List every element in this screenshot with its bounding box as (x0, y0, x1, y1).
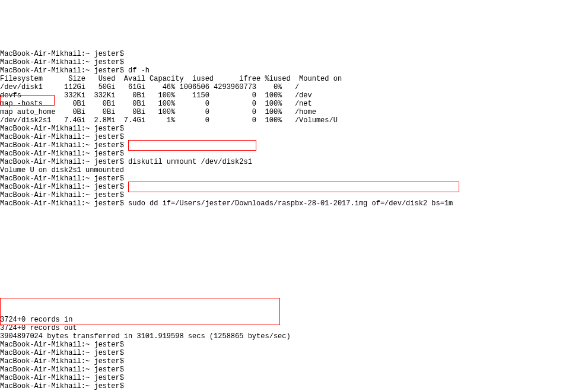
terminal-line: MacBook-Air-Mikhail:~ jester$ (0, 365, 588, 374)
terminal-line: devfs 332Ki 332Ki 0Bi 100% 1150 0 100% /… (0, 91, 588, 100)
terminal-line: MacBook-Air-Mikhail:~ jester$ (0, 50, 588, 58)
terminal-line: MacBook-Air-Mikhail:~ jester$ df -h (0, 66, 588, 75)
terminal-line: 3724+0 records out (0, 324, 588, 332)
terminal-output: MacBook-Air-Mikhail:~ jester$ MacBook-Ai… (0, 50, 588, 391)
terminal-line: /dev/disk1 112Gi 50Gi 61Gi 46% 1006506 4… (0, 83, 588, 91)
terminal-line: 3724+0 records in (0, 316, 588, 324)
terminal-line: MacBook-Air-Mikhail:~ jester$ (0, 191, 588, 199)
terminal-line: MacBook-Air-Mikhail:~ jester$ (0, 349, 588, 357)
terminal-line: MacBook-Air-Mikhail:~ jester$ diskutil u… (0, 158, 588, 166)
terminal-line (0, 274, 588, 282)
terminal-line: 3904897024 bytes transferred in 3101.919… (0, 332, 588, 341)
terminal-line: MacBook-Air-Mikhail:~ jester$ (0, 174, 588, 183)
terminal-line: Filesystem Size Used Avail Capacity iuse… (0, 75, 588, 83)
terminal-line: MacBook-Air-Mikhail:~ jester$ (0, 58, 588, 66)
terminal-line: MacBook-Air-Mikhail:~ jester$ (0, 374, 588, 382)
terminal-line: MacBook-Air-Mikhail:~ jester$ (0, 125, 588, 133)
terminal-line (0, 258, 588, 266)
terminal-line: MacBook-Air-Mikhail:~ jester$ (0, 133, 588, 141)
terminal-line (0, 266, 588, 274)
terminal-line (0, 233, 588, 241)
terminal-line: MacBook-Air-Mikhail:~ jester$ (0, 341, 588, 349)
terminal-line (0, 282, 588, 291)
terminal-line: map auto_home 0Bi 0Bi 0Bi 100% 0 0 100% … (0, 108, 588, 116)
terminal-line (0, 216, 588, 224)
terminal-line (0, 241, 588, 249)
terminal-window[interactable]: MacBook-Air-Mikhail:~ jester$ MacBook-Ai… (0, 33, 588, 391)
terminal-line: MacBook-Air-Mikhail:~ jester$ (0, 141, 588, 150)
terminal-line (0, 291, 588, 299)
terminal-line (0, 208, 588, 216)
terminal-line (0, 249, 588, 258)
terminal-line: map -hosts 0Bi 0Bi 0Bi 100% 0 0 100% /ne… (0, 100, 588, 108)
terminal-line (0, 224, 588, 233)
terminal-line: MacBook-Air-Mikhail:~ jester$ (0, 150, 588, 158)
terminal-line: MacBook-Air-Mikhail:~ jester$ (0, 382, 588, 390)
terminal-line: MacBook-Air-Mikhail:~ jester$ (0, 357, 588, 365)
terminal-line: Volume U on disk2s1 unmounted (0, 166, 588, 174)
terminal-line (0, 299, 588, 307)
terminal-line: MacBook-Air-Mikhail:~ jester$ sudo dd if… (0, 199, 588, 208)
terminal-line (0, 307, 588, 316)
terminal-line: /dev/disk2s1 7.4Gi 2.8Mi 7.4Gi 1% 0 0 10… (0, 116, 588, 125)
terminal-line: MacBook-Air-Mikhail:~ jester$ (0, 183, 588, 191)
